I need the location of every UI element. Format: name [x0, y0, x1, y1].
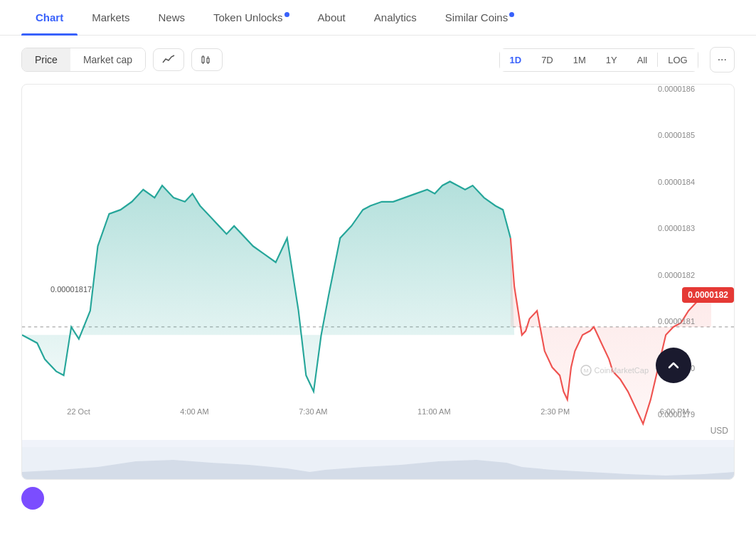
coinmarketcap-watermark: M CoinMarketCap	[580, 365, 649, 376]
x-label-2: 4:00 AM	[180, 407, 208, 416]
watermark-text: CoinMarketCap	[595, 366, 649, 375]
time-1m-btn[interactable]: 1M	[563, 49, 596, 71]
x-label-1: 22 Oct	[67, 407, 90, 416]
scroll-up-btn[interactable]	[656, 348, 691, 383]
mini-chart-area	[22, 440, 734, 479]
bottom-bar	[0, 480, 756, 517]
chart-wrapper: 0.0000186 0.0000185 0.0000184 0.0000183 …	[21, 84, 735, 480]
x-label-4: 11:00 AM	[417, 407, 450, 416]
line-chart-btn[interactable]	[153, 48, 184, 71]
more-options-btn[interactable]: ···	[710, 47, 735, 73]
tab-similar-coins[interactable]: Similar Coins	[431, 0, 528, 35]
time-1y-btn[interactable]: 1Y	[596, 49, 627, 71]
time-range-group: 1D 7D 1M 1Y All LOG	[499, 48, 698, 72]
x-label-5: 2:30 PM	[541, 407, 570, 416]
time-1d-btn[interactable]: 1D	[500, 49, 532, 71]
tab-about[interactable]: About	[304, 0, 360, 35]
coinmarketcap-logo-icon: M	[580, 365, 592, 376]
line-chart-icon	[162, 55, 175, 65]
x-axis: 22 Oct 4:00 AM 7:30 AM 11:00 AM 2:30 PM …	[22, 402, 734, 419]
chevron-up-icon	[666, 358, 681, 372]
usd-label: USD	[710, 426, 728, 436]
svg-rect-0	[202, 57, 204, 63]
price-marketcap-toggle: Price Market cap	[21, 48, 146, 72]
svg-text:M: M	[583, 367, 588, 374]
time-all-btn[interactable]: All	[627, 49, 657, 71]
nav-tabs: Chart Markets News Token Unlocks About A…	[0, 0, 756, 36]
tab-chart[interactable]: Chart	[21, 0, 78, 35]
current-price-badge: 0.0000182	[682, 287, 734, 303]
x-label-3: 7:30 AM	[299, 407, 327, 416]
market-cap-toggle-btn[interactable]: Market cap	[70, 48, 145, 71]
log-btn[interactable]: LOG	[658, 49, 697, 71]
reference-price-label: 0.00001817	[50, 285, 92, 294]
x-label-6: 6:00 PM	[660, 407, 689, 416]
price-chart-svg	[22, 85, 734, 440]
candlestick-btn[interactable]	[191, 48, 223, 71]
mini-chart-svg	[22, 440, 734, 479]
time-7d-btn[interactable]: 7D	[531, 49, 563, 71]
tab-markets[interactable]: Markets	[78, 0, 144, 35]
candlestick-icon	[201, 55, 213, 65]
tab-news[interactable]: News	[144, 0, 200, 35]
svg-rect-3	[207, 58, 209, 63]
price-toggle-btn[interactable]: Price	[22, 48, 70, 71]
chart-container: 0.0000186 0.0000185 0.0000184 0.0000183 …	[22, 85, 734, 440]
token-unlocks-dot	[284, 12, 289, 17]
chart-toolbar: Price Market cap 1D 7D 1M 1Y All LOG ···	[0, 36, 756, 84]
tab-token-unlocks[interactable]: Token Unlocks	[199, 0, 304, 35]
tab-analytics[interactable]: Analytics	[360, 0, 431, 35]
similar-coins-dot	[509, 12, 514, 17]
avatar	[21, 487, 44, 510]
